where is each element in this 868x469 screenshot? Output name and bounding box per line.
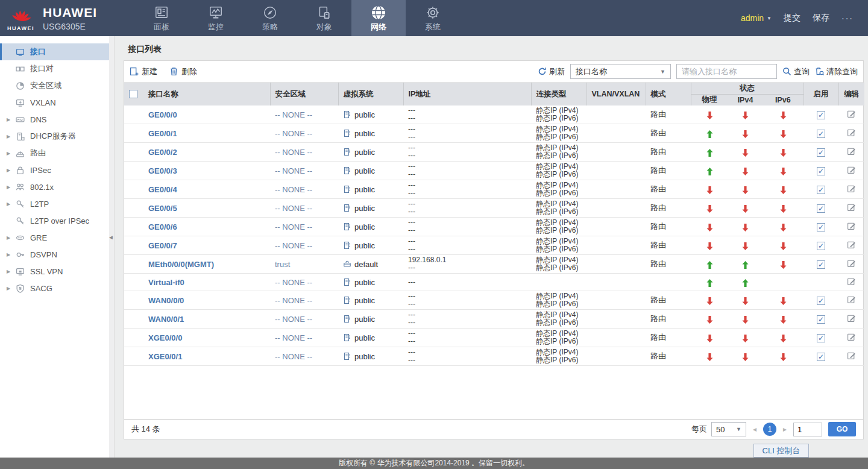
- sidebar-item-14[interactable]: ▶SACG: [0, 280, 114, 297]
- next-page-icon[interactable]: ▸: [781, 425, 789, 433]
- zone-link[interactable]: trust: [275, 260, 290, 269]
- nav-tab-1[interactable]: 监控: [189, 0, 243, 36]
- zone-link[interactable]: -- NONE --: [275, 110, 312, 119]
- zone-link[interactable]: -- NONE --: [275, 129, 312, 138]
- sidebar-item-9[interactable]: ▶L2TP: [0, 195, 114, 212]
- sidebar-item-13[interactable]: ▶SSL VPN: [0, 263, 114, 280]
- page-number-input[interactable]: [793, 423, 822, 436]
- toolbar: 新建 删除 刷新: [124, 61, 863, 83]
- query-button[interactable]: 查询: [782, 66, 810, 77]
- sidebar-item-12[interactable]: ▶DSVPN: [0, 246, 114, 263]
- interface-name-link[interactable]: WAN0/0/0: [148, 296, 184, 305]
- sidebar-item-3[interactable]: VXLAN: [0, 94, 114, 111]
- interface-name-link[interactable]: GE0/0/2: [148, 148, 177, 157]
- refresh-button[interactable]: 刷新: [538, 66, 565, 77]
- cli-console-button[interactable]: CLI 控制台: [753, 444, 809, 458]
- current-page-badge[interactable]: 1: [763, 423, 776, 436]
- interface-name-link[interactable]: GE0/0/6: [148, 222, 177, 231]
- interface-name-link[interactable]: GE0/0/5: [148, 204, 177, 213]
- sidebar-item-10[interactable]: L2TP over IPSec: [0, 212, 114, 229]
- enable-checkbox[interactable]: ✓: [817, 260, 825, 269]
- sidebar-item-0[interactable]: 接口: [0, 43, 114, 60]
- interface-name-link[interactable]: XGE0/0/1: [148, 352, 182, 361]
- enable-checkbox[interactable]: ✓: [817, 297, 825, 305]
- enable-checkbox[interactable]: ✓: [817, 334, 825, 342]
- enable-checkbox[interactable]: ✓: [817, 223, 825, 231]
- search-input[interactable]: [676, 64, 777, 79]
- per-page-select[interactable]: 50 ▼: [711, 422, 746, 436]
- admin-menu[interactable]: admin ▼: [741, 13, 772, 23]
- edit-icon[interactable]: [847, 221, 856, 230]
- edit-icon[interactable]: [847, 313, 856, 323]
- filter-field-select[interactable]: 接口名称 ▼: [570, 64, 671, 79]
- zone-link[interactable]: -- NONE --: [275, 222, 312, 231]
- edit-icon[interactable]: [847, 295, 856, 304]
- zone-link[interactable]: -- NONE --: [275, 166, 312, 175]
- edit-icon[interactable]: [847, 109, 856, 118]
- edit-icon[interactable]: [847, 259, 856, 268]
- zone-link[interactable]: -- NONE --: [275, 241, 312, 250]
- enable-checkbox[interactable]: ✓: [817, 186, 825, 194]
- delete-button[interactable]: 删除: [169, 66, 197, 77]
- zone-link[interactable]: -- NONE --: [275, 352, 312, 361]
- edit-icon[interactable]: [847, 351, 856, 360]
- zone-link[interactable]: -- NONE --: [275, 296, 312, 305]
- enable-checkbox[interactable]: ✓: [817, 167, 825, 175]
- nav-tab-0[interactable]: 面板: [134, 0, 189, 36]
- zone-link[interactable]: -- NONE --: [275, 185, 312, 194]
- sidebar-collapse-handle[interactable]: ◄: [108, 234, 114, 241]
- sidebar-scrollbar[interactable]: [109, 36, 114, 458]
- interface-name-link[interactable]: GE0/0/0: [148, 110, 177, 119]
- interface-name-link[interactable]: WAN0/0/1: [148, 315, 184, 324]
- clear-query-button[interactable]: 清除查询: [815, 66, 858, 77]
- more-menu-icon[interactable]: ···: [841, 13, 854, 23]
- interface-name-link[interactable]: GE0/0/7: [148, 241, 177, 250]
- ipv6-status-cell: [763, 180, 804, 199]
- ipv4-status-cell: [728, 255, 763, 274]
- nav-tab-5[interactable]: 系统: [406, 0, 460, 36]
- edit-icon[interactable]: [847, 146, 856, 156]
- edit-icon[interactable]: [847, 240, 856, 249]
- sidebar-item-2[interactable]: 安全区域: [0, 77, 114, 94]
- edit-icon[interactable]: [847, 128, 856, 137]
- interface-name-link[interactable]: Virtual-if0: [148, 278, 184, 287]
- go-button[interactable]: GO: [828, 422, 856, 436]
- sidebar-item-11[interactable]: ▶GRE: [0, 229, 114, 246]
- zone-link[interactable]: -- NONE --: [275, 278, 312, 287]
- save-button[interactable]: 保存: [813, 13, 829, 24]
- edit-icon[interactable]: [847, 277, 856, 286]
- edit-icon[interactable]: [847, 332, 856, 341]
- enable-checkbox[interactable]: ✓: [817, 148, 825, 157]
- interface-name-link[interactable]: MEth0/0/0(MGMT): [148, 260, 214, 269]
- zone-link[interactable]: -- NONE --: [275, 315, 312, 324]
- zone-link[interactable]: -- NONE --: [275, 148, 312, 157]
- interface-name-link[interactable]: XGE0/0/0: [148, 333, 182, 342]
- prev-page-icon[interactable]: ◂: [750, 425, 759, 433]
- nav-tab-4[interactable]: 网络: [351, 0, 406, 36]
- zone-link[interactable]: -- NONE --: [275, 204, 312, 213]
- interface-name-link[interactable]: GE0/0/3: [148, 166, 177, 175]
- enable-checkbox[interactable]: ✓: [817, 130, 825, 138]
- interface-name-link[interactable]: GE0/0/1: [148, 129, 177, 138]
- new-button[interactable]: 新建: [130, 66, 157, 77]
- sidebar-item-8[interactable]: ▶802.1x: [0, 178, 114, 195]
- enable-checkbox[interactable]: ✓: [817, 242, 825, 250]
- sidebar-item-1[interactable]: 接口对: [0, 60, 114, 77]
- sidebar-item-5[interactable]: ▶DHCP服务器: [0, 128, 114, 145]
- zone-link[interactable]: -- NONE --: [275, 333, 312, 342]
- sidebar-item-6[interactable]: ▶路由: [0, 145, 114, 162]
- edit-icon[interactable]: [847, 203, 856, 212]
- select-all-checkbox[interactable]: ✓: [129, 90, 137, 98]
- sidebar-item-7[interactable]: ▶IPSec: [0, 162, 114, 178]
- nav-tab-3[interactable]: 对象: [297, 0, 351, 36]
- enable-checkbox[interactable]: ✓: [817, 315, 825, 324]
- submit-button[interactable]: 提交: [784, 13, 800, 24]
- edit-icon[interactable]: [847, 184, 856, 193]
- edit-icon[interactable]: [847, 165, 856, 174]
- sidebar-item-4[interactable]: ▶DNS: [0, 111, 114, 128]
- enable-checkbox[interactable]: ✓: [817, 353, 825, 361]
- enable-checkbox[interactable]: ✓: [817, 111, 825, 119]
- interface-name-link[interactable]: GE0/0/4: [148, 185, 177, 194]
- nav-tab-2[interactable]: 策略: [243, 0, 297, 36]
- enable-checkbox[interactable]: ✓: [817, 204, 825, 213]
